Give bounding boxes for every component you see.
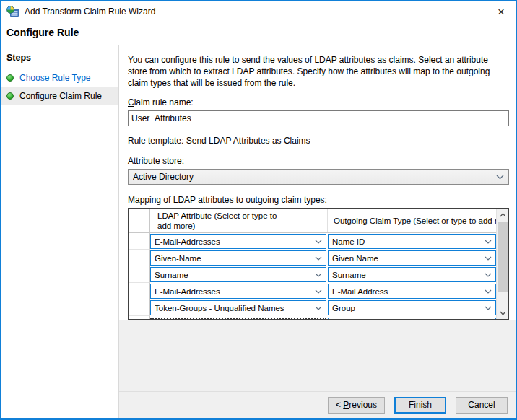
chevron-down-icon: [485, 273, 492, 277]
attribute-store-value: Active Directory: [133, 172, 496, 182]
table-row: E-Mail-Addresses Name ID: [129, 233, 496, 250]
wizard-window: Add Transform Claim Rule Wizard × Config…: [0, 0, 517, 420]
outgoing-claim-column-header: Outgoing Claim Type (Select or type to a…: [328, 209, 509, 232]
step-label: Configure Claim Rule: [19, 91, 102, 101]
finish-button[interactable]: Finish: [394, 397, 446, 414]
header-selector-cell: [129, 209, 150, 232]
chevron-down-icon: [485, 306, 492, 310]
ldap-attribute-select[interactable]: E-Mail-Addresses: [150, 284, 326, 299]
scroll-down-button[interactable]: [497, 307, 508, 319]
table-row: Token-Groups - Unqualified Names Group: [129, 299, 496, 316]
page-header: Configure Rule: [1, 22, 516, 45]
wizard-content: You can configure this rule to send the …: [119, 45, 516, 320]
attribute-store-select[interactable]: Active Directory: [128, 169, 509, 185]
table-scrollbar[interactable]: [496, 209, 508, 319]
sidebar-item-configure-claim-rule[interactable]: Configure Claim Rule: [1, 87, 118, 105]
row-selector-cell[interactable]: [129, 266, 150, 283]
row-selector-cell[interactable]: [129, 283, 150, 299]
row-selector-cell[interactable]: [129, 299, 150, 316]
ldap-attribute-select[interactable]: Token-Groups - Unqualified Names: [150, 300, 326, 315]
table-header-row: LDAP Attribute (Select or type to add mo…: [129, 209, 496, 233]
close-icon: ×: [498, 6, 505, 18]
claim-rule-name-label: Claim rule name:: [128, 97, 509, 108]
steps-sidebar: Steps Choose Rule Type Configure Claim R…: [1, 45, 119, 418]
outgoing-claim-type-select[interactable]: Group: [328, 300, 496, 315]
ldap-attribute-select[interactable]: Given-Name: [150, 250, 326, 266]
previous-button[interactable]: < Previous: [328, 397, 385, 414]
rule-description: You can configure this rule to send the …: [128, 55, 509, 89]
step-complete-icon: [6, 92, 14, 100]
chevron-down-icon: [496, 175, 504, 180]
ldap-attribute-select[interactable]: E-Mail-Addresses: [150, 234, 326, 249]
table-row: E-Mail-Addresses E-Mail Address: [129, 283, 496, 299]
ldap-attribute-column-header: LDAP Attribute (Select or type to add mo…: [150, 209, 328, 232]
chevron-down-icon: [315, 256, 322, 261]
page-title: Configure Rule: [6, 27, 511, 38]
mapping-table: LDAP Attribute (Select or type to add mo…: [128, 208, 509, 320]
close-button[interactable]: ×: [492, 4, 511, 19]
window-title: Add Transform Claim Rule Wizard: [25, 6, 492, 17]
chevron-down-icon: [315, 273, 322, 277]
chevron-down-icon: [315, 289, 322, 294]
step-complete-icon: [6, 74, 14, 82]
outgoing-claim-type-select[interactable]: Given Name: [328, 250, 496, 266]
outgoing-claim-type-select[interactable]: Surname: [328, 267, 496, 282]
mapping-rows: E-Mail-Addresses Name ID Given-Name: [129, 233, 496, 316]
row-selector-cell[interactable]: [129, 233, 150, 250]
ldap-attribute-select[interactable]: Surname: [150, 267, 326, 282]
step-label: Choose Rule Type: [19, 73, 91, 83]
table-row: Given-Name Given Name: [129, 250, 496, 266]
row-selector-cell[interactable]: [129, 250, 150, 266]
content-spacer: [119, 320, 516, 391]
cancel-button[interactable]: Cancel: [456, 397, 508, 414]
arrow-up-icon: [500, 213, 506, 217]
table-row: Surname Surname: [129, 266, 496, 283]
table-row-partial: [129, 316, 496, 320]
outgoing-claim-type-select[interactable]: Name ID: [328, 234, 496, 249]
arrow-down-icon: [500, 311, 506, 315]
attribute-store-label: Attribute store:: [128, 156, 509, 166]
scroll-up-button[interactable]: [497, 209, 508, 221]
chevron-down-icon: [485, 256, 492, 261]
chevron-down-icon: [485, 240, 492, 244]
scrollbar-thumb[interactable]: [498, 222, 508, 292]
wizard-app-icon: [6, 6, 19, 17]
sidebar-item-choose-rule-type[interactable]: Choose Rule Type: [1, 69, 118, 87]
outgoing-claim-type-select[interactable]: E-Mail Address: [328, 284, 496, 299]
chevron-down-icon: [485, 289, 492, 294]
claim-rule-name-input[interactable]: [128, 110, 509, 126]
chevron-down-icon: [315, 240, 322, 244]
title-bar: Add Transform Claim Rule Wizard ×: [1, 1, 516, 22]
steps-heading: Steps: [1, 51, 118, 69]
rule-template-text: Rule template: Send LDAP Attributes as C…: [128, 136, 509, 146]
wizard-footer: < Previous Finish Cancel: [119, 391, 516, 418]
chevron-down-icon: [315, 306, 322, 310]
mapping-label: Mapping of LDAP attributes to outgoing c…: [128, 195, 509, 205]
